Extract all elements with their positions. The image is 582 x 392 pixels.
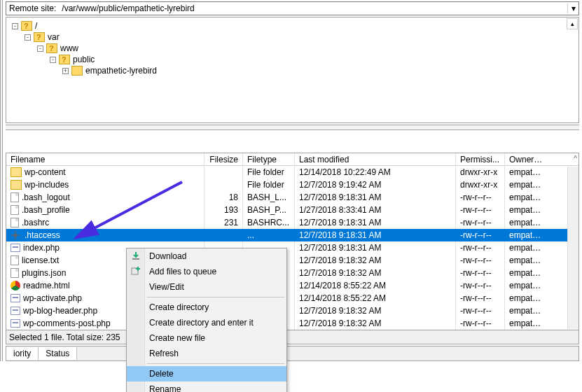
file-permissions: -rw-r--r-- <box>456 304 505 317</box>
tree-toggle[interactable]: - <box>25 34 31 41</box>
file-row[interactable]: .bashrc231BASHRC...12/7/2018 9:18:31 AM-… <box>6 216 578 229</box>
tree-node[interactable]: -public <box>12 54 573 65</box>
cm-refresh-label: Refresh <box>149 349 179 358</box>
tab-status[interactable]: Status <box>39 347 77 360</box>
file-modified: 12/7/2018 9:18:32 AM <box>295 317 456 330</box>
cm-create-dir-enter[interactable]: Create directory and enter it <box>127 315 286 330</box>
col-owner[interactable]: Owner/G... <box>505 153 547 166</box>
cm-refresh[interactable]: Refresh <box>127 346 286 361</box>
file-type: BASH_P... <box>243 204 295 216</box>
folder-icon <box>11 180 22 190</box>
file-row[interactable]: index.php12/7/2018 9:18:31 AM-rw-r--r--e… <box>6 241 578 254</box>
file-owner: empathe... <box>505 279 547 292</box>
file-row[interactable]: wp-contentFile folder12/14/2018 10:22:49… <box>6 166 578 178</box>
file-row[interactable]: wp-activate.php12/14/2018 8:55:22 AM-rw-… <box>6 292 578 304</box>
cm-create-dir-label: Create directory <box>149 302 209 312</box>
col-filetype[interactable]: Filetype <box>243 153 295 166</box>
remote-path-input[interactable] <box>59 2 567 15</box>
file-permissions: -rw-r--r-- <box>456 229 505 241</box>
col-filesize[interactable]: Filesize <box>205 153 243 166</box>
file-icon <box>11 255 19 265</box>
file-modified: 12/7/2018 9:18:32 AM <box>295 304 456 317</box>
file-name: wp-includes <box>25 178 69 191</box>
tree-label: empathetic-lyrebird <box>85 65 157 76</box>
file-row[interactable]: .bash_profile193BASH_P...1/27/2018 8:33:… <box>6 204 578 216</box>
remote-path-dropdown[interactable]: ▾ <box>567 4 578 13</box>
file-row[interactable]: readme.html12/14/2018 8:55:22 AM-rw-r--r… <box>6 279 578 292</box>
file-type: File folder <box>243 178 295 191</box>
cm-create-dir-enter-label: Create directory and enter it <box>149 318 254 328</box>
file-name: .bash_logout <box>22 191 70 204</box>
file-name: wp-comments-post.php <box>23 317 111 330</box>
tab-priority[interactable]: iority <box>6 347 39 360</box>
tree-toggle[interactable]: - <box>50 57 56 63</box>
file-size <box>205 178 243 191</box>
file-modified: 12/14/2018 10:22:49 AM <box>295 166 456 178</box>
file-permissions: drwxr-xr-x <box>456 178 505 191</box>
context-menu: Download Add files to queue View/Edit Cr… <box>126 248 287 392</box>
svg-point-0 <box>13 233 17 237</box>
folder-icon <box>11 167 22 177</box>
file-name: plugins.json <box>22 267 66 279</box>
file-name: index.php <box>23 241 60 254</box>
file-row[interactable]: wp-blog-header.php12/7/2018 9:18:32 AM-r… <box>6 304 578 317</box>
file-row[interactable]: wp-comments-post.php12/7/2018 9:18:32 AM… <box>6 317 578 330</box>
col-modified[interactable]: Last modified <box>295 153 456 166</box>
cm-separator <box>146 363 285 364</box>
tree-label: public <box>73 54 95 65</box>
cm-delete[interactable]: Delete <box>127 366 286 382</box>
tree-node[interactable]: -var <box>12 31 573 43</box>
cm-create-file-label: Create new file <box>149 333 205 343</box>
file-name: wp-blog-header.php <box>23 304 97 317</box>
remote-site-bar: Remote site: ▾ <box>6 1 579 15</box>
tree-label: var <box>48 31 60 43</box>
cm-download-label: Download <box>149 251 186 261</box>
splitter-vertical[interactable] <box>0 0 3 361</box>
file-row[interactable]: wp-includesFile folder12/7/2018 9:19:42 … <box>6 178 578 191</box>
file-row[interactable]: .htaccess...12/7/2018 9:18:31 AM-rw-r--r… <box>6 229 578 241</box>
file-type: BASHRC... <box>243 216 295 229</box>
file-owner: empathe... <box>505 229 547 241</box>
col-permissions[interactable]: Permissi... <box>456 153 505 166</box>
file-permissions: -rw-r--r-- <box>456 254 505 267</box>
tree-scroll-up[interactable]: ▴ <box>567 18 578 29</box>
tree-node[interactable]: +empathetic-lyrebird <box>12 65 573 76</box>
file-owner: empathe... <box>505 304 547 317</box>
file-name: .bash_profile <box>22 204 70 216</box>
cm-download[interactable]: Download <box>127 248 286 264</box>
file-row[interactable]: .bash_logout18BASH_L...12/7/2018 9:18:31… <box>6 191 578 204</box>
file-type: BASH_L... <box>243 191 295 204</box>
cm-create-file[interactable]: Create new file <box>127 330 286 346</box>
cm-rename-label: Rename <box>149 384 181 392</box>
tree-toggle[interactable]: - <box>12 23 18 29</box>
cm-add-queue[interactable]: Add files to queue <box>127 264 286 279</box>
file-name: wp-activate.php <box>23 292 82 304</box>
file-size <box>205 229 243 241</box>
file-modified: 12/7/2018 9:19:42 AM <box>295 178 456 191</box>
status-text: Selected 1 file. Total size: 235 <box>9 332 120 342</box>
tree-node[interactable]: -/ <box>12 20 573 31</box>
files-header[interactable]: Filename Filesize Filetype Last modified… <box>6 153 578 166</box>
gear-icon <box>11 230 22 240</box>
file-type: ... <box>243 229 295 241</box>
php-file-icon <box>11 244 20 252</box>
cm-create-dir[interactable]: Create directory <box>127 300 286 315</box>
tree-toggle[interactable]: - <box>37 46 43 52</box>
file-name: license.txt <box>22 254 59 267</box>
cm-rename[interactable]: Rename <box>127 382 286 392</box>
file-permissions: -rw-r--r-- <box>456 317 505 330</box>
chrome-icon <box>11 281 20 290</box>
tree-label: / <box>35 20 37 31</box>
tree-node[interactable]: -www <box>12 43 573 54</box>
file-row[interactable]: plugins.json12/7/2018 9:18:32 AM-rw-r--r… <box>6 267 578 279</box>
col-filename[interactable]: Filename <box>6 153 205 166</box>
file-owner: empathe... <box>505 178 547 191</box>
remote-files-panel: Filename Filesize Filetype Last modified… <box>6 153 579 330</box>
files-scrollbar[interactable] <box>567 167 578 329</box>
file-owner: empathe... <box>505 204 547 216</box>
file-modified: 12/7/2018 9:18:31 AM <box>295 229 456 241</box>
splitter-horizontal-1[interactable] <box>6 125 579 130</box>
cm-view-edit[interactable]: View/Edit <box>127 279 286 295</box>
file-row[interactable]: license.txt12/7/2018 9:18:32 AM-rw-r--r-… <box>6 254 578 267</box>
tree-toggle[interactable]: + <box>62 68 69 74</box>
